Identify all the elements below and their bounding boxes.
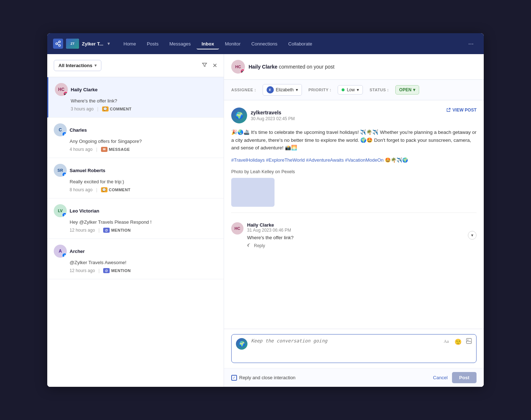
assignee-chevron-icon: ▾ — [296, 87, 298, 92]
interaction-message: Where's the offer link? — [71, 98, 217, 104]
nav-dropdown-icon: ▾ — [107, 41, 110, 46]
top-nav: ZT Zylker T... ▾ Home Posts Messages Inb… — [47, 33, 484, 54]
reply-textarea[interactable] — [251, 338, 440, 349]
nav-link-monitor[interactable]: Monitor — [220, 38, 245, 49]
interaction-user-name: Haily Clarke — [249, 64, 277, 70]
nav-link-collaborate[interactable]: Collaborate — [283, 38, 317, 49]
meta-type: 💬 COMMENT — [101, 187, 131, 192]
filter-chevron-icon: ▾ — [95, 63, 97, 68]
svg-point-0 — [56, 43, 58, 45]
nav-link-posts[interactable]: Posts — [142, 38, 164, 49]
svg-line-3 — [57, 43, 59, 43]
list-item[interactable]: A f Archer @Zylker Travels Awesome! 12 h… — [47, 239, 224, 279]
interaction-meta: 3 hours ago | 💬 COMMENT — [71, 106, 217, 111]
comment-badge-icon: 💬 — [101, 187, 107, 192]
post-avatar: 🌍 — [231, 108, 247, 123]
left-panel: All Interactions ▾ ✕ HC 📷 — [47, 54, 224, 387]
reply-label: Reply — [254, 243, 265, 248]
interaction-message: Any Ongoing offers for Singapore? — [70, 139, 217, 144]
post-hashtags: #TravelHolidays #ExploreTheWorld #Advent… — [231, 156, 477, 164]
user-name: Archer — [70, 249, 85, 254]
avatar: LV f — [54, 204, 67, 217]
comment-badge-icon: 💬 — [102, 106, 109, 111]
assignee-label: ASSIGNEE : — [231, 88, 256, 92]
interaction-list: HC 📷 Haily Clarke Where's the offer link… — [47, 77, 224, 387]
message-badge-icon: ✉ — [101, 147, 107, 152]
reply-close-check-icon[interactable]: ✓ — [231, 375, 237, 381]
interaction-user: C f Charles — [54, 123, 217, 136]
reply-close-text: Reply and close interaction — [239, 375, 295, 380]
interaction-meta: 4 hours ago | ✉ MESSAGE — [70, 147, 217, 152]
user-name: Samuel Roberts — [70, 168, 105, 173]
interaction-message: @Zylker Travels Awesome! — [70, 260, 217, 265]
priority-dot-icon — [342, 88, 345, 91]
status-value: OPEN — [399, 87, 412, 92]
assignee-avatar: E — [267, 86, 274, 93]
meta-type: @ MENTION — [103, 228, 131, 233]
post-content: 🎉🌏🚢 It's time to celebrate the upcoming … — [231, 128, 477, 152]
interaction-user: SR f Samuel Roberts — [54, 164, 217, 177]
emoji-icon[interactable]: 🙂 — [455, 338, 462, 345]
interaction-message: Hey @Zylker Travels Please Respond ! — [70, 219, 217, 225]
meta-type: 💬 COMMENT — [102, 106, 132, 111]
footer-actions: Cancel Post — [433, 372, 477, 383]
nav-logo[interactable]: ZT Zylker T... ▾ — [53, 39, 110, 49]
text-format-icon[interactable]: Aa — [444, 338, 450, 345]
comment-item: HC Haily Clarke 31 Aug 2023 06:46 PM Whe… — [231, 218, 294, 253]
type-label: MENTION — [111, 268, 131, 273]
nav-more-icon[interactable]: ··· — [464, 37, 478, 51]
post-button[interactable]: Post — [452, 372, 477, 383]
post-photo-credit: Photo by Leah Kelley on Pexels — [231, 169, 477, 174]
right-panel-header: HC 📷 Haily Clarke commented on your post — [224, 54, 484, 80]
priority-dropdown[interactable]: Low ▾ — [338, 85, 363, 95]
meta-time: 3 hours ago — [71, 106, 93, 111]
close-icon[interactable]: ✕ — [212, 62, 217, 69]
filter-label: All Interactions — [58, 63, 92, 68]
reply-button[interactable]: Reply — [247, 243, 265, 248]
user-name: Charles — [70, 127, 87, 133]
interaction-user: A f Archer — [54, 245, 217, 258]
image-icon[interactable] — [466, 338, 472, 345]
left-panel-header: All Interactions ▾ ✕ — [47, 54, 224, 77]
list-item[interactable]: C f Charles Any Ongoing offers for Singa… — [47, 118, 224, 158]
facebook-badge: f — [62, 172, 67, 177]
svg-point-1 — [59, 41, 61, 43]
funnel-icon[interactable] — [202, 62, 207, 69]
collapse-button[interactable]: ▾ — [468, 231, 477, 240]
filter-dropdown[interactable]: All Interactions ▾ — [54, 60, 101, 71]
cancel-button[interactable]: Cancel — [433, 375, 447, 380]
comment-section: HC Haily Clarke 31 Aug 2023 06:46 PM Whe… — [231, 218, 477, 253]
header-avatar: HC 📷 — [231, 60, 245, 74]
svg-line-4 — [57, 44, 59, 45]
list-item[interactable]: HC 📷 Haily Clarke Where's the offer link… — [47, 77, 224, 118]
type-label: MENTION — [111, 228, 131, 232]
svg-text:Aa: Aa — [444, 339, 449, 344]
post-author-info: zylkertravels 30 Aug 2023 02:45 PM — [251, 110, 295, 121]
view-post-button[interactable]: VIEW POST — [446, 108, 477, 113]
nav-link-inbox[interactable]: Inbox — [197, 38, 219, 49]
interaction-user: HC 📷 Haily Clarke — [55, 83, 217, 96]
type-label: MESSAGE — [109, 147, 130, 152]
nav-links: Home Posts Messages Inbox Monitor Connec… — [118, 38, 464, 49]
nav-link-home[interactable]: Home — [118, 38, 141, 49]
user-name: Haily Clarke — [71, 87, 97, 92]
meta-type: ✉ MESSAGE — [101, 147, 130, 152]
list-item[interactable]: LV f Leo Victorian Hey @Zylker Travels P… — [47, 198, 224, 239]
list-item[interactable]: SR f Samuel Roberts Really excited for t… — [47, 158, 224, 198]
app-window: ZT Zylker T... ▾ Home Posts Messages Inb… — [47, 33, 484, 387]
mention-badge-icon: @ — [103, 268, 110, 273]
reply-input-row: 🌍 Aa 🙂 — [231, 334, 477, 363]
nav-link-messages[interactable]: Messages — [164, 38, 196, 49]
reply-box: 🌍 Aa 🙂 — [224, 329, 484, 368]
priority-value: Low — [347, 87, 355, 92]
nav-link-connections[interactable]: Connections — [246, 38, 282, 49]
reply-close-label: ✓ Reply and close interaction — [231, 375, 295, 381]
header-instagram-badge: 📷 — [240, 69, 245, 74]
status-dropdown[interactable]: OPEN ▾ — [395, 85, 419, 95]
right-panel-title: Haily Clarke commented on your post — [249, 64, 334, 70]
assignee-dropdown[interactable]: E Elizabeth ▾ — [263, 84, 302, 96]
avatar: C f — [54, 123, 67, 136]
nav-brand-text: Zylker T... — [82, 41, 103, 47]
nav-logo-brand: ZT — [66, 39, 79, 49]
header-icons: ✕ — [202, 62, 217, 69]
